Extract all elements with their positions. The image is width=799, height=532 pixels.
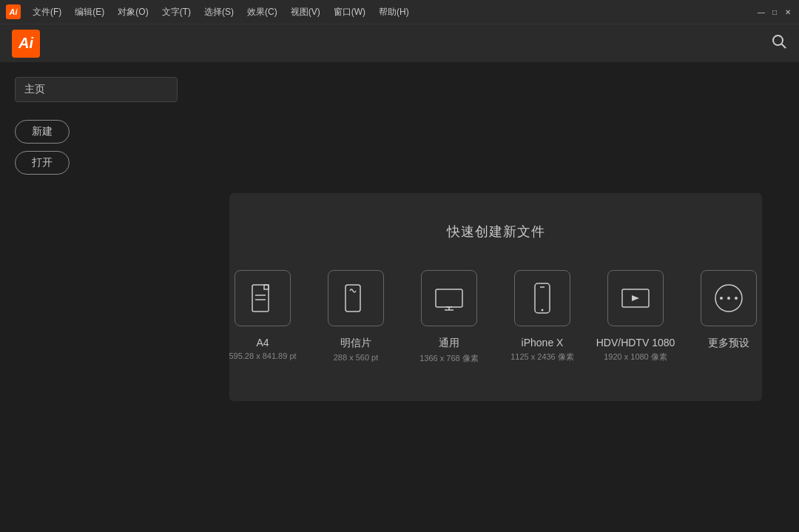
menu-item[interactable]: 文件(F) — [27, 3, 67, 21]
template-name-more: 更多预设 — [708, 337, 749, 350]
close-button[interactable]: ✕ — [783, 7, 793, 17]
svg-point-16 — [720, 297, 723, 300]
svg-rect-5 — [345, 285, 360, 312]
template-item-general[interactable]: 通用1366 x 768 像素 — [416, 270, 482, 364]
menu-item[interactable]: 对象(O) — [112, 3, 154, 21]
search-button[interactable] — [771, 33, 787, 53]
template-name-general: 通用 — [439, 337, 459, 350]
main-area: 新建 打开 快速创建新文件 A4595.28 x 841.89 pt 明信片28… — [0, 62, 799, 532]
svg-point-18 — [735, 297, 738, 300]
template-icon-more — [701, 270, 757, 326]
title-bar: Ai 文件(F)编辑(E)对象(O)文字(T)选择(S)效果(C)视图(V)窗口… — [0, 0, 799, 24]
template-item-hdv[interactable]: HDV/HDTV 10801920 x 1080 像素 — [602, 270, 669, 363]
svg-rect-6 — [436, 289, 462, 307]
template-icon-iphone-x — [514, 270, 570, 326]
home-input[interactable] — [15, 77, 178, 102]
template-item-iphone-x[interactable]: iPhone X1125 x 2436 像素 — [509, 270, 576, 363]
open-button[interactable]: 打开 — [15, 151, 70, 175]
menu-item[interactable]: 文字(T) — [156, 3, 197, 21]
svg-point-12 — [542, 309, 544, 312]
app-logo: Ai — [12, 30, 40, 58]
new-button[interactable]: 新建 — [15, 120, 70, 144]
menu-bar: 文件(F)编辑(E)对象(O)文字(T)选择(S)效果(C)视图(V)窗口(W)… — [27, 3, 756, 21]
template-name-hdv: HDV/HDTV 1080 — [596, 337, 675, 349]
minimize-button[interactable]: — — [756, 7, 766, 17]
svg-rect-10 — [535, 283, 550, 313]
template-name-postcard: 明信片 — [340, 337, 371, 350]
menu-item[interactable]: 选择(S) — [198, 3, 240, 21]
template-item-a4[interactable]: A4595.28 x 841.89 pt — [229, 270, 296, 360]
menu-item[interactable]: 窗口(W) — [328, 3, 371, 21]
template-icon-hdv — [607, 270, 664, 326]
template-size-hdv: 1920 x 1080 像素 — [604, 351, 667, 363]
menu-item[interactable]: 帮助(H) — [373, 3, 415, 21]
template-name-a4: A4 — [256, 337, 269, 349]
panel-title: 快速创建新文件 — [447, 223, 545, 240]
template-size-iphone-x: 1125 x 2436 像素 — [510, 351, 574, 363]
template-size-a4: 595.28 x 841.89 pt — [229, 351, 296, 360]
content-area: 快速创建新文件 A4595.28 x 841.89 pt 明信片288 x 56… — [192, 62, 799, 532]
header: Ai — [0, 24, 799, 62]
template-item-postcard[interactable]: 明信片288 x 560 pt — [323, 270, 389, 362]
svg-point-17 — [727, 297, 730, 300]
svg-point-0 — [773, 36, 783, 45]
sidebar: 新建 打开 — [0, 62, 192, 532]
template-size-general: 1366 x 768 像素 — [419, 353, 479, 364]
templates-row: A4595.28 x 841.89 pt 明信片288 x 560 pt 通用1… — [229, 270, 762, 364]
svg-marker-14 — [632, 295, 639, 301]
restore-button[interactable]: □ — [769, 7, 780, 17]
svg-line-1 — [782, 44, 786, 49]
window-controls: — □ ✕ — [756, 7, 793, 17]
quick-create-panel: 快速创建新文件 A4595.28 x 841.89 pt 明信片288 x 56… — [229, 193, 762, 401]
menu-item[interactable]: 效果(C) — [241, 3, 283, 21]
titlebar-logo: Ai — [6, 4, 21, 19]
menu-item[interactable]: 视图(V) — [285, 3, 326, 21]
template-icon-postcard — [328, 270, 384, 326]
menu-item[interactable]: 编辑(E) — [69, 3, 110, 21]
template-item-more[interactable]: 更多预设 — [695, 270, 762, 353]
template-name-iphone-x: iPhone X — [522, 337, 564, 349]
template-icon-a4 — [235, 270, 291, 326]
template-size-postcard: 288 x 560 pt — [334, 353, 379, 362]
template-icon-general — [421, 270, 477, 326]
